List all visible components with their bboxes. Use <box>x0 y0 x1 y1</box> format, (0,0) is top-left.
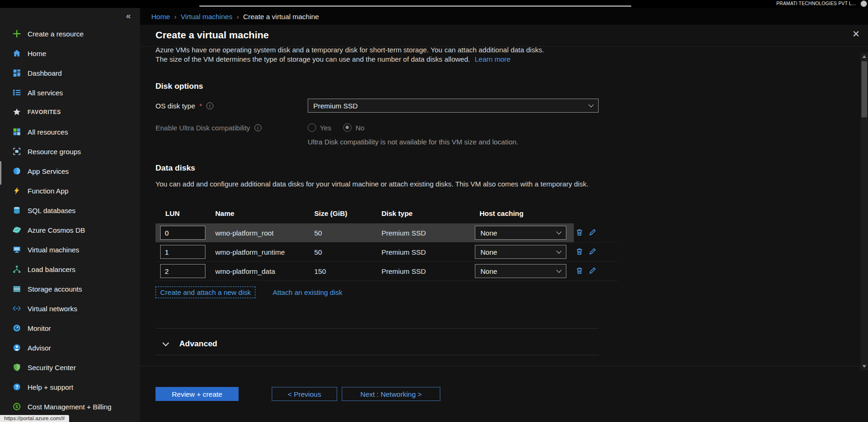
list-icon <box>13 88 21 97</box>
top-bar: PRAMATI TECHNOLOGIES PVT L... <box>0 0 868 8</box>
sidebar-item-all-services[interactable]: All services <box>0 83 140 102</box>
lun-input[interactable] <box>160 245 205 259</box>
info-icon[interactable] <box>206 102 213 109</box>
disk-size: 50 <box>314 223 322 243</box>
triangle-down-icon <box>862 365 866 368</box>
page-title: Create a virtual machine <box>155 29 269 41</box>
scroll-up-arrow[interactable] <box>861 53 868 60</box>
delete-disk-icon[interactable] <box>574 265 585 277</box>
data-disks-heading: Data disks <box>155 164 195 173</box>
sidebar-item-storage-accounts[interactable]: Storage accounts <box>0 279 140 299</box>
edit-disk-icon[interactable] <box>587 227 598 238</box>
create-attach-disk-link[interactable]: Create and attach a new disk <box>155 286 255 298</box>
breadcrumb-virtual-machines[interactable]: Virtual machines <box>181 13 233 21</box>
sidebar-item-cost-management[interactable]: $ Cost Management + Billing <box>0 397 140 416</box>
footer-divider <box>140 366 868 366</box>
sidebar-item-sql-databases[interactable]: SQL databases <box>0 200 140 220</box>
edit-disk-icon[interactable] <box>587 246 598 257</box>
chevron-down-icon <box>556 267 561 272</box>
review-create-button[interactable]: Review + create <box>155 387 239 401</box>
sidebar-item-monitor[interactable]: Monitor <box>0 318 140 338</box>
disk-links-row: Create and attach a new disk Attach an e… <box>155 286 445 300</box>
edit-disk-icon[interactable] <box>587 265 598 277</box>
breadcrumb-current: Create a virtual machine <box>243 13 319 21</box>
sidebar-item-security-center[interactable]: Security Center <box>0 358 140 377</box>
sidebar-item-advisor[interactable]: Advisor <box>0 338 140 358</box>
data-disks-description: You can add and configure additional dat… <box>155 179 599 189</box>
disk-name: wmo-platform_runtime <box>215 243 285 262</box>
sidebar-item-resource-groups[interactable]: Resource groups <box>0 142 140 161</box>
close-icon[interactable]: × <box>853 28 860 40</box>
host-caching-dropdown[interactable]: None <box>475 264 566 278</box>
sidebar-item-home[interactable]: Home <box>0 43 140 63</box>
database-icon <box>13 206 21 215</box>
next-networking-button[interactable]: Next : Networking > <box>342 387 440 401</box>
lun-input[interactable] <box>160 264 205 278</box>
table-row: wmo-platform_data 150 Premium SSD None <box>155 262 618 281</box>
svg-text:$: $ <box>15 404 18 409</box>
disk-type: Premium SSD <box>381 223 426 243</box>
delete-disk-icon[interactable] <box>574 246 585 257</box>
sidebar-item-azure-cosmos-db[interactable]: Azure Cosmos DB <box>0 220 140 240</box>
scrollbar-thumb[interactable] <box>861 61 867 117</box>
sidebar-item-all-resources[interactable]: All resources <box>0 122 140 142</box>
info-icon[interactable] <box>254 124 261 131</box>
divider <box>155 328 599 329</box>
question-icon: ? <box>13 383 21 391</box>
column-size: Size (GiB) <box>314 209 347 217</box>
radio-yes: Yes <box>308 123 331 132</box>
radio-no-icon <box>343 123 352 132</box>
column-name: Name <box>215 209 234 217</box>
vnet-icon <box>13 304 21 313</box>
sidebar: « Create a resource Home Dashboard All s… <box>0 8 140 422</box>
disk-size: 150 <box>314 262 326 281</box>
sidebar-item-virtual-machines[interactable]: Virtual machines <box>0 240 140 259</box>
ultra-disk-label: Enable Ultra Disk compatibility <box>155 121 261 135</box>
disk-name: wmo-platform_root <box>215 223 274 243</box>
table-row: wmo-platform_root 50 Premium SSD None <box>155 223 618 243</box>
star-icon <box>13 108 21 116</box>
chevron-down-icon <box>556 229 561 234</box>
gauge-icon <box>13 324 21 332</box>
delete-disk-icon[interactable] <box>574 227 585 238</box>
sidebar-item-create-a-resource[interactable]: Create a resource <box>0 24 140 43</box>
data-disks-table: LUN Name Size (GiB) Disk type Host cachi… <box>155 205 618 281</box>
plus-icon <box>13 29 21 38</box>
disk-name: wmo-platform_data <box>215 262 275 281</box>
intro-text: Azure VMs have one operating system disk… <box>155 45 650 64</box>
sidebar-collapse-button[interactable]: « <box>0 8 140 24</box>
table-row: wmo-platform_runtime 50 Premium SSD None <box>155 243 618 262</box>
collapse-icon: « <box>126 11 131 21</box>
chevron-right-icon: › <box>237 13 239 21</box>
host-caching-dropdown[interactable]: None <box>475 245 566 259</box>
divider <box>155 355 599 355</box>
sidebar-item-dashboard[interactable]: Dashboard <box>0 63 140 83</box>
vertical-scrollbar[interactable] <box>861 53 868 370</box>
scroll-down-arrow[interactable] <box>861 363 868 370</box>
home-icon <box>13 49 21 57</box>
tenant-name: PRAMATI TECHNOLOGIES PVT L... <box>776 1 856 6</box>
os-disk-type-dropdown[interactable]: Premium SSD <box>308 99 599 113</box>
host-caching-dropdown[interactable]: None <box>475 226 566 240</box>
breadcrumb-home[interactable]: Home <box>151 13 170 21</box>
grid-icon <box>13 128 21 136</box>
triangle-up-icon <box>862 55 866 58</box>
sidebar-item-virtual-networks[interactable]: Virtual networks <box>0 299 140 318</box>
advanced-section-toggle[interactable]: Advanced <box>155 333 599 355</box>
attach-existing-disk-link[interactable]: Attach an existing disk <box>273 288 342 296</box>
required-marker: * <box>199 102 202 110</box>
disk-type: Premium SSD <box>381 243 426 262</box>
sidebar-section-favorites: FAVORITES <box>0 102 140 122</box>
learn-more-link[interactable]: Learn more <box>475 55 511 63</box>
column-disk-type: Disk type <box>381 209 413 217</box>
previous-button[interactable]: < Previous <box>272 387 337 401</box>
disk-options-heading: Disk options <box>155 82 203 91</box>
cosmos-db-icon <box>13 226 21 234</box>
sidebar-item-load-balancers[interactable]: Load balancers <box>0 259 140 279</box>
lun-input[interactable] <box>160 226 205 240</box>
sidebar-item-app-services[interactable]: App Services <box>0 161 140 181</box>
avatar[interactable] <box>861 0 867 7</box>
create-vm-panel: Create a virtual machine × Azure VMs hav… <box>140 25 868 422</box>
sidebar-item-help-support[interactable]: ? Help + support <box>0 377 140 397</box>
sidebar-item-function-app[interactable]: Function App <box>0 181 140 200</box>
